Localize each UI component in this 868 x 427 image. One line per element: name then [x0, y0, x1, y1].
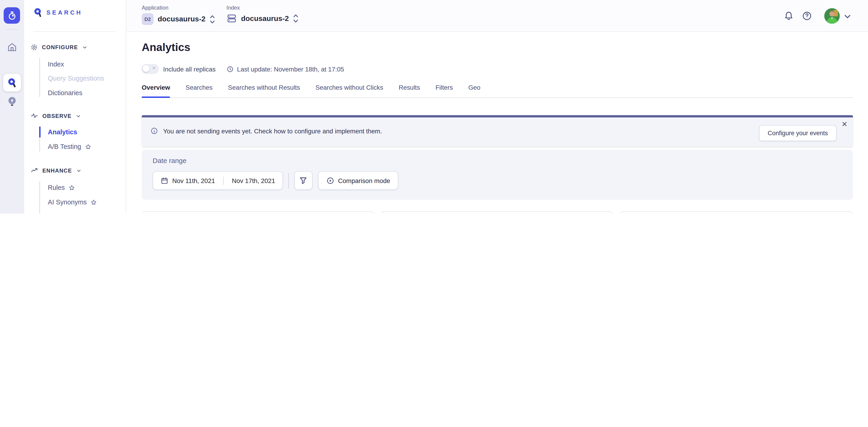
play-circle-icon	[326, 176, 335, 185]
date-end: Nov 17th, 2021	[232, 177, 275, 184]
tab-results[interactable]: Results	[399, 84, 420, 91]
date-start: Nov 11th, 2021	[172, 177, 215, 184]
events-banner: You are not sending events yet. Check ho…	[142, 115, 853, 146]
sidebar-item-analytics[interactable]: Analytics	[48, 128, 77, 137]
index-selector[interactable]: Index docusaurus-2	[226, 5, 299, 24]
chevron-down-icon	[76, 168, 82, 173]
sort-chevrons-icon[interactable]	[210, 14, 215, 24]
close-icon[interactable]	[841, 121, 848, 128]
sidebar-item-ai-re-ranking[interactable]: AI Re-Ranking	[48, 212, 101, 214]
account-chevron-icon[interactable]	[843, 12, 851, 21]
search-logo: SEARCH	[34, 8, 83, 17]
sidebar-section-configure[interactable]: CONFIGURE	[31, 44, 88, 51]
sidebar-item-dictionaries[interactable]: Dictionaries	[48, 88, 83, 97]
recommend-icon[interactable]	[6, 96, 18, 107]
toggle-off-x: ✕	[152, 66, 156, 71]
chevron-down-icon	[82, 44, 88, 50]
sidebar-item-ab-testing[interactable]: A/B Testing	[48, 142, 91, 151]
index-value: docusaurus-2	[241, 14, 289, 23]
sidebar-section-observe[interactable]: OBSERVE	[31, 112, 81, 120]
avatar[interactable]	[824, 8, 840, 24]
date-range-button[interactable]: Nov 11th, 2021 Nov 17th, 2021	[153, 171, 283, 190]
tab-filters[interactable]: Filters	[435, 84, 453, 91]
stopwatch-icon	[7, 10, 17, 21]
calendar-icon	[160, 176, 168, 185]
clock-icon	[226, 65, 234, 73]
sidebar-divider	[34, 31, 116, 32]
date-range-panel: Date range Nov 11th, 2021 Nov 17th, 2021	[142, 150, 853, 200]
star-icon[interactable]	[85, 143, 91, 150]
product-rail	[0, 0, 24, 214]
replicas-label: Include all replicas	[163, 65, 216, 73]
home-icon[interactable]	[6, 41, 18, 53]
active-item-bar	[39, 127, 40, 137]
configure-events-button[interactable]: Configure your events	[759, 125, 837, 141]
sidebar-item-ai-synonyms[interactable]: AI Synonyms	[48, 198, 97, 207]
page-title: Analytics	[142, 41, 190, 54]
tab-geo[interactable]: Geo	[468, 84, 480, 91]
app-badge: D2	[142, 13, 154, 25]
timer-app-tile[interactable]	[4, 7, 20, 24]
tab-track	[142, 97, 853, 98]
sidebar: SEARCH CONFIGURE Index Query Suggestions…	[24, 0, 126, 214]
tab-searches[interactable]: Searches	[186, 84, 213, 91]
analytics-tabs: Overview Searches Searches without Resul…	[142, 84, 480, 91]
sidebar-section-enhance[interactable]: ENHANCE	[31, 167, 82, 174]
help-icon[interactable]	[802, 10, 812, 22]
sidebar-item-query-suggestions[interactable]: Query Suggestions	[48, 74, 104, 83]
application-value: docusaurus-2	[158, 15, 206, 23]
tab-searches-without-clicks[interactable]: Searches without Clicks	[315, 84, 383, 91]
comparison-mode-button[interactable]: Comparison mode	[318, 171, 399, 190]
section-label: OBSERVE	[42, 113, 71, 119]
total-users-card: Total Users 1,148	[142, 211, 374, 214]
sidebar-item-rules[interactable]: Rules	[48, 183, 75, 192]
application-label: Application	[142, 5, 215, 11]
no-results-rate-card: No Results Rate 6.74%	[620, 211, 853, 214]
rail-divider	[6, 29, 18, 30]
analytics-dashboard: SEARCH CONFIGURE Index Query Suggestions…	[0, 0, 868, 214]
top-bar: Application D2 docusaurus-2 Index	[126, 0, 868, 32]
info-icon	[150, 127, 158, 135]
logo-text: SEARCH	[46, 9, 83, 16]
banner-message: You are not sending events yet. Check ho…	[163, 128, 382, 135]
trend-up-icon	[31, 167, 38, 174]
chevron-down-icon	[75, 113, 81, 119]
controls-divider	[288, 173, 289, 188]
tab-overview[interactable]: Overview	[142, 84, 170, 91]
section-label: CONFIGURE	[42, 44, 78, 51]
search-product-tile[interactable]	[3, 74, 21, 92]
star-icon[interactable]	[69, 185, 75, 191]
toggle-knob	[143, 65, 150, 72]
star-icon[interactable]	[91, 199, 97, 205]
active-tab-underline	[142, 97, 170, 98]
index-label: Index	[226, 5, 299, 11]
date-range-label: Date range	[153, 157, 186, 164]
application-selector[interactable]: Application D2 docusaurus-2	[142, 5, 215, 25]
replicas-row: ✕ Include all replicas Last update: Nove…	[142, 64, 344, 74]
pulse-icon	[31, 112, 38, 120]
sidebar-item-index[interactable]: Index	[48, 60, 64, 69]
notifications-bell-icon[interactable]	[783, 10, 794, 22]
date-divider	[223, 176, 224, 185]
funnel-icon	[299, 176, 308, 185]
last-update: Last update: November 18th, at 17:05	[226, 65, 344, 73]
group-line	[39, 181, 40, 214]
gear-icon	[31, 44, 38, 51]
group-line	[39, 58, 40, 97]
search-pin-icon	[34, 8, 42, 17]
section-label: ENHANCE	[42, 167, 72, 174]
total-searches-card: Total Searches 3,488 3 Searches / Users	[381, 211, 613, 214]
search-product-icon	[6, 77, 18, 88]
index-icon	[226, 13, 237, 24]
sort-chevrons-icon[interactable]	[293, 13, 299, 24]
tab-searches-without-results[interactable]: Searches without Results	[228, 84, 300, 91]
filter-button[interactable]	[294, 171, 313, 190]
include-replicas-toggle[interactable]: ✕	[142, 64, 159, 74]
